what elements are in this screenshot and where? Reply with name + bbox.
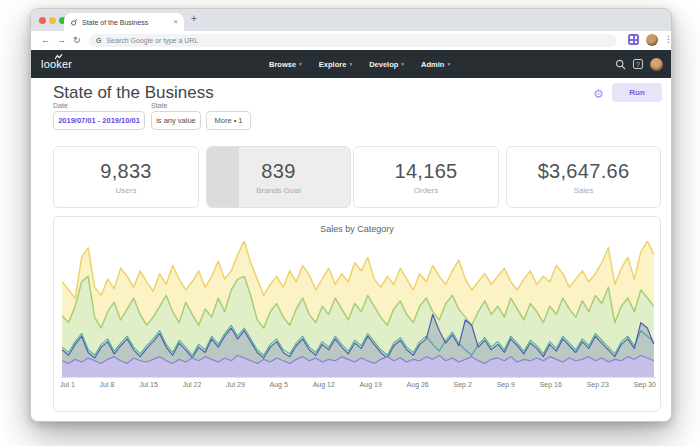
x-tick-label: Jul 15: [139, 381, 158, 388]
x-tick-label: Aug 19: [360, 381, 382, 388]
menu-browse[interactable]: Browse ▾: [269, 60, 302, 69]
browser-tab[interactable]: State of the Business ×: [64, 13, 184, 31]
url-omnibox[interactable]: G Search Google or type a URL: [89, 34, 617, 47]
menu-develop[interactable]: Develop ▾: [369, 60, 404, 69]
area-chart: [60, 241, 656, 378]
kpi-tile-users[interactable]: 9,833 Users: [53, 146, 199, 208]
looker-favicon: [70, 18, 78, 26]
minimize-window-button[interactable]: [49, 17, 56, 24]
refresh-icon[interactable]: ↻: [73, 35, 81, 45]
browser-tab-bar: State of the Business × +: [31, 9, 671, 31]
x-tick-label: Jul 8: [100, 381, 115, 388]
x-tick-label: Jul 22: [183, 381, 202, 388]
browser-menu-icon[interactable]: ⋮: [664, 34, 672, 44]
desktop-background: State of the Business × + ← → ↻ G Search…: [0, 0, 700, 446]
navbar-right-icons: ?: [615, 50, 663, 78]
looker-logo-spark-icon: [55, 54, 63, 60]
menu-explore[interactable]: Explore ▾: [319, 60, 352, 69]
state-filter-value[interactable]: is any value: [151, 111, 201, 130]
help-icon[interactable]: ?: [633, 59, 643, 69]
kpi-tile-sales[interactable]: $3,647.66 Sales: [506, 146, 661, 208]
browser-profile-avatar[interactable]: [646, 34, 658, 46]
x-tick-label: Aug 12: [313, 381, 335, 388]
kpi-value: 14,165: [395, 160, 458, 183]
chevron-down-icon: ▾: [299, 61, 302, 67]
back-icon[interactable]: ←: [41, 35, 50, 45]
navbar-menus: Browse ▾ Explore ▾ Develop ▾ Admin ▾: [269, 50, 450, 78]
new-tab-icon[interactable]: +: [191, 13, 197, 24]
forward-icon[interactable]: →: [57, 35, 66, 45]
x-tick-label: Sep 9: [497, 381, 515, 388]
state-filter-label: State: [151, 102, 167, 109]
chart-title: Sales by Category: [54, 224, 660, 234]
run-button[interactable]: Run: [612, 83, 662, 102]
page-title: State of the Business: [53, 83, 214, 103]
kpi-value: 9,833: [100, 160, 152, 183]
chevron-down-icon: ▾: [401, 61, 404, 67]
gear-icon[interactable]: ⚙: [593, 87, 604, 101]
x-tick-label: Aug 26: [407, 381, 429, 388]
x-tick-label: Jul 1: [60, 381, 75, 388]
user-avatar[interactable]: [650, 58, 663, 71]
close-tab-icon[interactable]: ×: [173, 18, 178, 26]
dashboard-content: State of the Business ⚙ Run Date State 2…: [31, 78, 671, 422]
x-axis-labels: Jul 1Jul 8Jul 15Jul 22Jul 29Aug 5Aug 12A…: [60, 381, 656, 388]
x-tick-label: Aug 5: [270, 381, 288, 388]
search-icon[interactable]: [615, 59, 626, 70]
google-icon: G: [96, 37, 101, 44]
kpi-label: Brands Goal: [256, 186, 300, 195]
tab-title: State of the Business: [82, 19, 173, 26]
omnibox-placeholder: Search Google or type a URL: [106, 37, 198, 44]
date-filter-value[interactable]: 2019/07/01 - 2019/10/01: [53, 111, 145, 130]
kpi-tile-brands-goal[interactable]: 839 Brands Goal: [206, 146, 351, 208]
kpi-label: Users: [116, 186, 137, 195]
x-tick-label: Sep 23: [587, 381, 609, 388]
close-window-button[interactable]: [39, 17, 46, 24]
kpi-value: 839: [261, 160, 295, 183]
looker-navbar: looker Browse ▾ Explore ▾ Develop ▾ A: [31, 50, 671, 78]
kpi-label: Sales: [573, 186, 593, 195]
extension-icon[interactable]: [628, 34, 639, 45]
x-tick-label: Jul 29: [226, 381, 245, 388]
kpi-tile-orders[interactable]: 14,165 Orders: [353, 146, 499, 208]
menu-admin[interactable]: Admin ▾: [421, 60, 450, 69]
drag-placeholder-strip: [207, 147, 239, 207]
x-tick-label: Sep 2: [454, 381, 472, 388]
x-tick-label: Sep 30: [634, 381, 656, 388]
window-controls: [39, 17, 66, 24]
chevron-down-icon: ▾: [349, 61, 352, 67]
x-tick-label: Sep 16: [540, 381, 562, 388]
browser-address-bar: ← → ↻ G Search Google or type a URL ⋮: [31, 31, 671, 50]
chevron-down-icon: ▾: [447, 61, 450, 67]
date-filter-label: Date: [53, 102, 68, 109]
sales-by-category-tile[interactable]: Sales by Category Jul 1Jul 8Jul 15Jul 22…: [53, 216, 661, 412]
more-filters-chip[interactable]: More • 1: [206, 111, 251, 130]
kpi-label: Orders: [414, 186, 438, 195]
kpi-value: $3,647.66: [538, 160, 630, 183]
browser-window: State of the Business × + ← → ↻ G Search…: [30, 8, 672, 422]
